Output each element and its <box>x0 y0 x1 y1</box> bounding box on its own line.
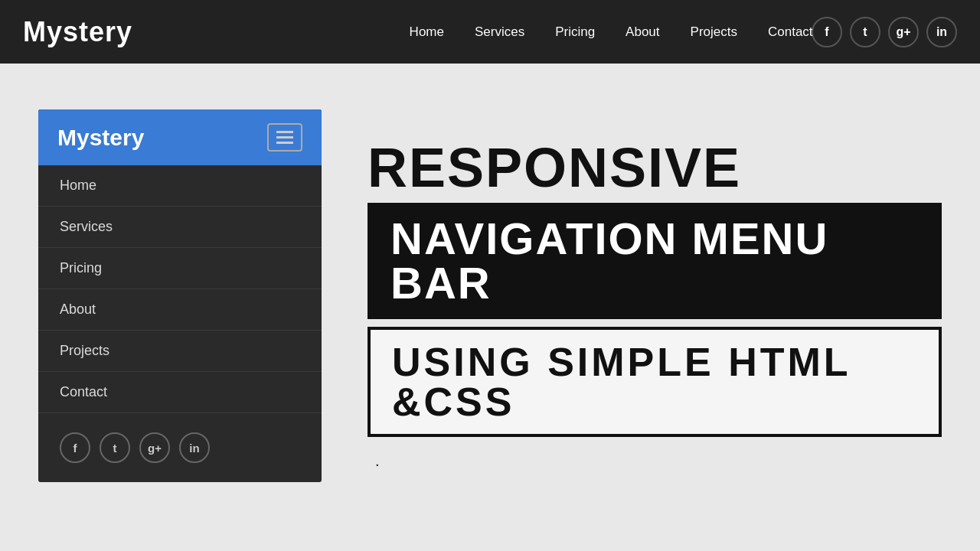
mobile-nav-link-services[interactable]: Services <box>38 207 322 248</box>
hamburger-line-3 <box>276 142 293 144</box>
hamburger-line-2 <box>276 136 293 139</box>
hero-dot: . <box>368 452 942 470</box>
mobile-nav-link-about[interactable]: About <box>38 289 322 331</box>
hero-using-box: USING SIMPLE HTML &CSS <box>368 327 942 437</box>
facebook-icon-top[interactable]: f <box>812 17 842 47</box>
google-plus-icon-top[interactable]: g+ <box>888 17 919 47</box>
mobile-nav-link-pricing[interactable]: Pricing <box>38 248 322 289</box>
mobile-nav-link-home[interactable]: Home <box>38 165 322 207</box>
hamburger-button[interactable] <box>267 123 302 152</box>
twitter-icon-top[interactable]: t <box>850 17 880 47</box>
hamburger-line-1 <box>276 131 293 133</box>
mobile-menu-panel: Mystery Home Services Pricing About Proj… <box>38 109 322 482</box>
google-plus-icon-mobile[interactable]: g+ <box>139 432 170 463</box>
nav-link-home[interactable]: Home <box>410 24 444 40</box>
mobile-brand-logo: Mystery <box>57 125 144 151</box>
top-navbar: Mystery Home Services Pricing About Proj… <box>0 0 980 64</box>
mobile-nav-links: Home Services Pricing About Projects Con… <box>38 165 322 413</box>
linkedin-icon-top[interactable]: in <box>926 17 957 47</box>
brand-logo: Mystery <box>23 16 132 48</box>
nav-link-projects[interactable]: Projects <box>691 24 737 40</box>
hero-line3: USING SIMPLE HTML &CSS <box>392 342 917 422</box>
hero-line1: RESPONSIVE <box>368 140 942 195</box>
mobile-social-icons: f t g+ in <box>38 413 322 482</box>
linkedin-icon-mobile[interactable]: in <box>179 432 210 463</box>
mobile-menu-header: Mystery <box>38 109 322 165</box>
social-icons-top: f t g+ in <box>812 17 957 47</box>
nav-links: Home Services Pricing About Projects Con… <box>410 24 813 40</box>
nav-link-about[interactable]: About <box>626 24 659 40</box>
hero-nav-bar-box: NAVIGATION MENU BAR <box>368 203 942 319</box>
nav-link-pricing[interactable]: Pricing <box>555 24 595 40</box>
twitter-icon-mobile[interactable]: t <box>100 432 130 463</box>
mobile-nav-link-projects[interactable]: Projects <box>38 331 322 372</box>
mobile-nav-link-contact[interactable]: Contact <box>38 372 322 413</box>
nav-link-contact[interactable]: Contact <box>768 24 813 40</box>
main-content: Mystery Home Services Pricing About Proj… <box>0 64 980 513</box>
facebook-icon-mobile[interactable]: f <box>60 432 90 463</box>
hero-line2: NAVIGATION MENU BAR <box>390 217 919 305</box>
hero-content: RESPONSIVE NAVIGATION MENU BAR USING SIM… <box>352 109 942 470</box>
nav-link-services[interactable]: Services <box>475 24 524 40</box>
